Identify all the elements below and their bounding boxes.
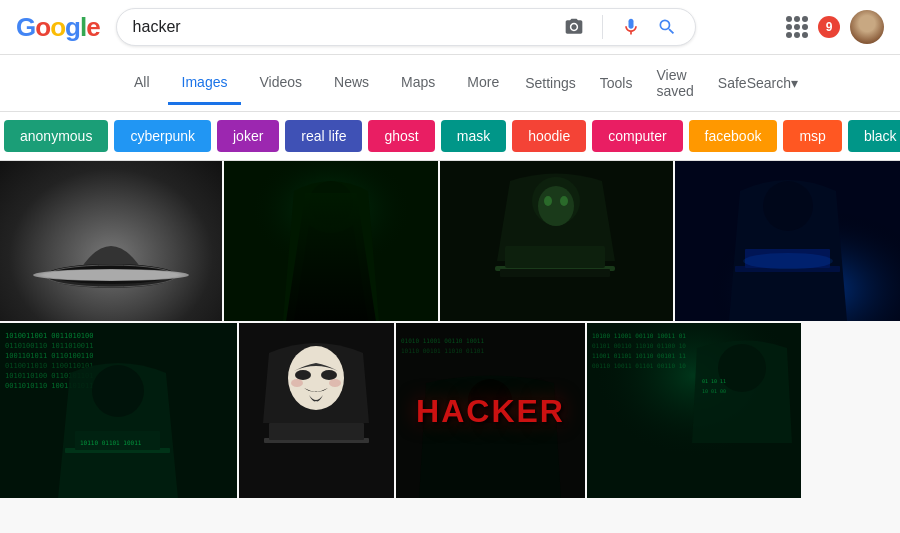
grid-dot bbox=[802, 24, 808, 30]
svg-point-34 bbox=[321, 370, 337, 380]
svg-point-49 bbox=[718, 344, 766, 392]
grid-dot bbox=[802, 16, 808, 22]
svg-text:0110011010 1100110101: 0110011010 1100110101 bbox=[5, 362, 94, 370]
svg-text:0110100110 1011010011: 0110100110 1011010011 bbox=[5, 342, 94, 350]
image-7[interactable]: 01010 11001 00110 10011 10110 00101 1101… bbox=[396, 323, 585, 498]
filter-bar: anonymous cyberpunk joker real life ghos… bbox=[0, 112, 900, 161]
image-1[interactable] bbox=[0, 161, 222, 321]
svg-text:01010 11001 00110 10011: 01010 11001 00110 10011 bbox=[401, 337, 484, 344]
safesearch-link[interactable]: SafeSearch▾ bbox=[714, 63, 802, 103]
chip-mask[interactable]: mask bbox=[441, 120, 506, 152]
search-bar bbox=[116, 8, 696, 46]
svg-point-35 bbox=[291, 379, 303, 387]
grid-dot bbox=[794, 16, 800, 22]
voice-search-button[interactable] bbox=[619, 15, 643, 39]
google-logo: Google bbox=[16, 12, 100, 43]
svg-text:10 01 00: 10 01 00 bbox=[702, 388, 726, 394]
svg-text:01101 00110 11010 01100 10: 01101 00110 11010 01100 10 bbox=[592, 342, 686, 349]
divider bbox=[602, 15, 603, 39]
svg-text:1010011001 0011010100: 1010011001 0011010100 bbox=[5, 332, 94, 340]
grid-dot bbox=[794, 32, 800, 38]
svg-point-1 bbox=[48, 264, 174, 284]
chip-hoodie[interactable]: hoodie bbox=[512, 120, 586, 152]
svg-rect-12 bbox=[505, 246, 605, 268]
nav-right: Settings Tools View saved SafeSearch▾ bbox=[521, 55, 802, 111]
image-8[interactable]: 10100 11001 00110 10011 01 01101 00110 1… bbox=[587, 323, 801, 498]
chip-ghost[interactable]: ghost bbox=[368, 120, 434, 152]
nav-tabs: All Images Videos News Maps More Setting… bbox=[0, 55, 900, 112]
avatar[interactable] bbox=[850, 10, 884, 44]
svg-point-16 bbox=[763, 181, 813, 231]
image-6[interactable] bbox=[239, 323, 394, 498]
tab-all[interactable]: All bbox=[120, 62, 164, 105]
header: Google bbox=[0, 0, 900, 55]
grid-dot bbox=[786, 24, 792, 30]
svg-point-8 bbox=[538, 186, 574, 226]
svg-point-27 bbox=[92, 365, 144, 417]
tab-images[interactable]: Images bbox=[168, 62, 242, 105]
svg-text:01 10 11: 01 10 11 bbox=[702, 378, 726, 384]
chip-joker[interactable]: joker bbox=[217, 120, 279, 152]
hacker-text-label: HACKER bbox=[416, 392, 565, 429]
svg-point-19 bbox=[743, 253, 833, 269]
image-2[interactable] bbox=[224, 161, 438, 321]
grid-dot bbox=[802, 32, 808, 38]
chip-cyberpunk[interactable]: cyberpunk bbox=[114, 120, 211, 152]
tab-maps[interactable]: Maps bbox=[387, 62, 449, 105]
svg-text:10100 11001 00110 10011 01: 10100 11001 00110 10011 01 bbox=[592, 332, 686, 339]
chip-facebook[interactable]: facebook bbox=[689, 120, 778, 152]
image-4[interactable] bbox=[675, 161, 900, 321]
chip-msp[interactable]: msp bbox=[783, 120, 841, 152]
svg-point-36 bbox=[329, 379, 341, 387]
header-right: 9 bbox=[786, 10, 884, 44]
image-3[interactable] bbox=[440, 161, 673, 321]
grid-dot bbox=[786, 32, 792, 38]
image-5[interactable]: 1010011001 0011010100 0110100110 1011010… bbox=[0, 323, 237, 498]
svg-rect-38 bbox=[269, 423, 364, 440]
tools-link[interactable]: Tools bbox=[596, 63, 637, 103]
camera-search-button[interactable] bbox=[562, 15, 586, 39]
tab-videos[interactable]: Videos bbox=[245, 62, 316, 105]
tab-news[interactable]: News bbox=[320, 62, 383, 105]
view-saved-link[interactable]: View saved bbox=[652, 55, 697, 111]
svg-point-9 bbox=[544, 196, 552, 206]
image-row-2: 1010011001 0011010100 0110100110 1011010… bbox=[0, 323, 900, 498]
chip-anonymous[interactable]: anonymous bbox=[4, 120, 108, 152]
apps-button[interactable] bbox=[786, 16, 808, 38]
svg-point-10 bbox=[560, 196, 568, 206]
grid-dot bbox=[794, 24, 800, 30]
chip-black-hat[interactable]: black h... bbox=[848, 120, 900, 152]
svg-point-5 bbox=[309, 181, 353, 225]
tab-more[interactable]: More bbox=[453, 62, 513, 105]
search-button[interactable] bbox=[655, 15, 679, 39]
svg-text:00110 10011 01101 00110 10: 00110 10011 01101 00110 10 bbox=[592, 362, 686, 369]
grid-dot bbox=[786, 16, 792, 22]
svg-text:11001 01101 10110 00101 11: 11001 01101 10110 00101 11 bbox=[592, 352, 686, 359]
svg-text:10110 01101 10011: 10110 01101 10011 bbox=[80, 439, 142, 446]
svg-point-33 bbox=[295, 370, 311, 380]
chip-computer[interactable]: computer bbox=[592, 120, 682, 152]
svg-text:10110 00101 11010 01101: 10110 00101 11010 01101 bbox=[401, 347, 484, 354]
notification-badge[interactable]: 9 bbox=[818, 16, 840, 38]
settings-link[interactable]: Settings bbox=[521, 63, 580, 103]
image-row-1 bbox=[0, 161, 900, 321]
svg-text:1001101011 0110100110: 1001101011 0110100110 bbox=[5, 352, 94, 360]
svg-rect-13 bbox=[500, 269, 610, 277]
chip-real-life[interactable]: real life bbox=[285, 120, 362, 152]
avatar-image bbox=[850, 10, 884, 44]
search-input[interactable] bbox=[133, 18, 554, 36]
